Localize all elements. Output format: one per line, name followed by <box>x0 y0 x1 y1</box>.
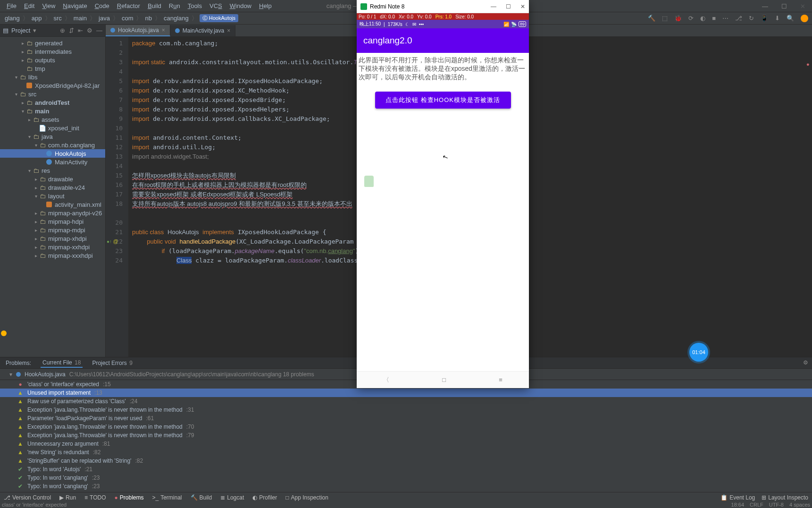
problem-row[interactable]: ▲Unnecessary zero argument :81 <box>0 440 812 448</box>
profile-icon[interactable]: ◐ <box>700 15 705 22</box>
emu-close-icon[interactable]: ✕ <box>520 3 525 10</box>
problem-row[interactable]: ▲Parameter 'loadPackageParam' is never u… <box>0 414 812 423</box>
tree-item-layout[interactable]: ▾🗀layout <box>0 192 105 200</box>
tree-item-main[interactable]: ▾🗀main <box>0 107 105 115</box>
make-icon[interactable]: ⬚ <box>662 15 668 22</box>
tree-item-com-nb-canglang[interactable]: ▾🗀com.nb.canglang <box>0 141 105 149</box>
crumb-main[interactable]: main <box>73 15 88 22</box>
tw-event-log[interactable]: 📋 Event Log <box>720 494 755 501</box>
tree-item-activity-main-xml[interactable]: activity_main.xml <box>0 200 105 209</box>
line-sep[interactable]: CRLF <box>750 502 763 508</box>
encoding[interactable]: UTF-8 <box>769 502 784 508</box>
ide-minimize-icon[interactable]: — <box>759 2 771 11</box>
emu-minimize-icon[interactable]: — <box>491 3 496 10</box>
problem-row[interactable]: ▲Exception 'java.lang.Throwable' is neve… <box>0 423 812 431</box>
intention-bulb-icon[interactable] <box>1 330 7 336</box>
close-tab-icon[interactable]: × <box>227 27 230 34</box>
select-opened-icon[interactable]: ⊕ <box>60 27 65 34</box>
tw-profiler[interactable]: ◐ Profiler <box>252 494 277 501</box>
hammer-icon[interactable]: 🔨 <box>648 15 655 22</box>
tree-item-mipmap-xxhdpi[interactable]: ▸🗀mipmap-xxhdpi <box>0 243 105 251</box>
emu-maximize-icon[interactable]: ☐ <box>506 3 511 10</box>
problem-row[interactable]: ✔Typo: In word 'Autojs' :21 <box>0 465 812 474</box>
problem-row[interactable]: ▲Unused import statement :13 <box>0 389 812 397</box>
more-icon[interactable]: ⋯ <box>722 15 728 22</box>
tw-build[interactable]: 🔨 Build <box>191 494 212 501</box>
menu-help[interactable]: Help <box>256 1 275 10</box>
indent[interactable]: 4 spaces <box>789 502 810 508</box>
back-icon[interactable]: 〈 <box>383 376 389 384</box>
ide-maximize-icon[interactable]: ☐ <box>779 2 790 11</box>
attach-icon[interactable]: ⟳ <box>688 15 694 22</box>
problem-row[interactable]: ▲Raw use of parameterized class 'Class' … <box>0 397 812 406</box>
expand-icon[interactable]: ⇵ <box>69 27 74 34</box>
tw-version-control[interactable]: ⎇ Version Control <box>4 494 51 501</box>
tree-item-outputs[interactable]: ▸🗀outputs <box>0 56 105 64</box>
menu-view[interactable]: View <box>39 1 58 10</box>
hide-icon[interactable]: — <box>96 27 102 34</box>
crumb-app[interactable]: app <box>31 15 43 22</box>
sdk-icon[interactable]: ⬇ <box>775 15 780 22</box>
home-icon[interactable]: □ <box>442 376 446 383</box>
crumb-current[interactable]: Ⓒ HookAutojs <box>200 14 238 22</box>
close-tab-icon[interactable]: × <box>162 27 165 34</box>
stop-icon[interactable]: ■ <box>712 15 716 22</box>
caret-pos[interactable]: 18:64 <box>731 502 745 508</box>
tree-item-src[interactable]: ▾🗀src <box>0 90 105 98</box>
problem-row[interactable]: ▲Exception 'java.lang.Throwable' is neve… <box>0 406 812 414</box>
collapse-icon[interactable]: ⇤ <box>78 27 83 34</box>
crumb-canglang[interactable]: canglang <box>163 15 190 22</box>
project-dropdown-icon[interactable]: ▤ <box>3 27 8 34</box>
tw-todo[interactable]: ≡ TODO <box>84 494 106 501</box>
crumb-src[interactable]: src <box>53 15 63 22</box>
tree-item-drawable-v24[interactable]: ▸🗀drawable-v24 <box>0 183 105 192</box>
tree-item-xposedbridgeapi-82-jar[interactable]: XposedBridgeApi-82.jar <box>0 81 105 90</box>
tw-run[interactable]: ▶ Run <box>59 494 76 501</box>
problem-row[interactable]: ▲'StringBuffer' can be replaced with 'St… <box>0 457 812 465</box>
ptab-current-file[interactable]: Current File 18 <box>41 358 83 368</box>
tree-item-mipmap-xxxhdpi[interactable]: ▸🗀mipmap-xxxhdpi <box>0 251 105 260</box>
tree-item-mipmap-mdpi[interactable]: ▸🗀mipmap-mdpi <box>0 226 105 234</box>
timer-bubble[interactable]: 01:04 <box>689 343 708 362</box>
tw-logcat[interactable]: ≣ Logcat <box>220 494 244 501</box>
problem-row[interactable]: ✔Typo: In word 'canglang' :23 <box>0 482 812 491</box>
tree-item-xposed-init[interactable]: 📄xposed_init <box>0 124 105 132</box>
tree-item-hookautojs[interactable]: HookAutojs <box>0 149 105 158</box>
menu-tools[interactable]: Tools <box>185 1 205 10</box>
crumb-com[interactable]: com <box>121 15 134 22</box>
search-icon[interactable]: 🔍 <box>787 15 794 22</box>
problem-row[interactable]: ✔Typo: In word 'canglang' :23 <box>0 474 812 482</box>
tree-item-res[interactable]: ▾🗀res <box>0 166 105 175</box>
project-tree[interactable]: ▸🗀generated▸🗀intermediates▸🗀outputs🗀tmp▾… <box>0 37 105 262</box>
gear-icon[interactable]: ⚙ <box>803 359 808 366</box>
tw-problems[interactable]: ● Problems <box>115 494 144 501</box>
problem-row[interactable]: ▲Exception 'java.lang.Throwable' is neve… <box>0 431 812 440</box>
crumb-nb[interactable]: nb <box>144 15 152 22</box>
tree-item-mainactivity[interactable]: MainActivity <box>0 158 105 166</box>
tw-app-inspection[interactable]: □ App Inspection <box>285 494 328 501</box>
tw-layout-inspector[interactable]: ⊞ Layout Inspecto <box>762 494 808 501</box>
tree-item-libs[interactable]: ▾🗀libs <box>0 73 105 81</box>
emulator-titlebar[interactable]: Redmi Note 8 — ☐ ✕ <box>357 0 529 13</box>
tab-mainactivity[interactable]: MainActivity.java × <box>170 25 236 36</box>
tree-item-mipmap-xhdpi[interactable]: ▸🗀mipmap-xhdpi <box>0 234 105 243</box>
menu-edit[interactable]: Edit <box>21 1 37 10</box>
help-orb-icon[interactable] <box>801 15 808 22</box>
crumb-glang[interactable]: glang <box>4 15 21 22</box>
settings-icon[interactable]: ⚙ <box>87 27 92 34</box>
problems-list[interactable]: ●'class' or 'interface' expected :15▲Unu… <box>0 380 812 494</box>
crumb-java[interactable]: java <box>98 15 111 22</box>
tree-item-generated[interactable]: ▸🗀generated <box>0 39 105 47</box>
tab-hookautojs[interactable]: HookAutojs.java × <box>106 25 170 36</box>
menu-file[interactable]: File <box>4 1 19 10</box>
tree-item-androidtest[interactable]: ▸🗀androidTest <box>0 98 105 107</box>
menu-navigate[interactable]: Navigate <box>60 1 90 10</box>
check-hook-button[interactable]: 点击此按钮 检查HOOK模块是否被激活 <box>375 92 511 109</box>
menu-build[interactable]: Build <box>145 1 164 10</box>
menu-window[interactable]: Window <box>227 1 254 10</box>
bug-icon[interactable]: 🐞 <box>674 15 682 22</box>
tree-item-mipmap-anydpi-v26[interactable]: ▸🗀mipmap-anydpi-v26 <box>0 209 105 217</box>
ptab-problems[interactable]: Problems: <box>4 359 33 367</box>
menu-run[interactable]: Run <box>166 1 183 10</box>
git-icon[interactable]: ⎇ <box>735 15 742 22</box>
